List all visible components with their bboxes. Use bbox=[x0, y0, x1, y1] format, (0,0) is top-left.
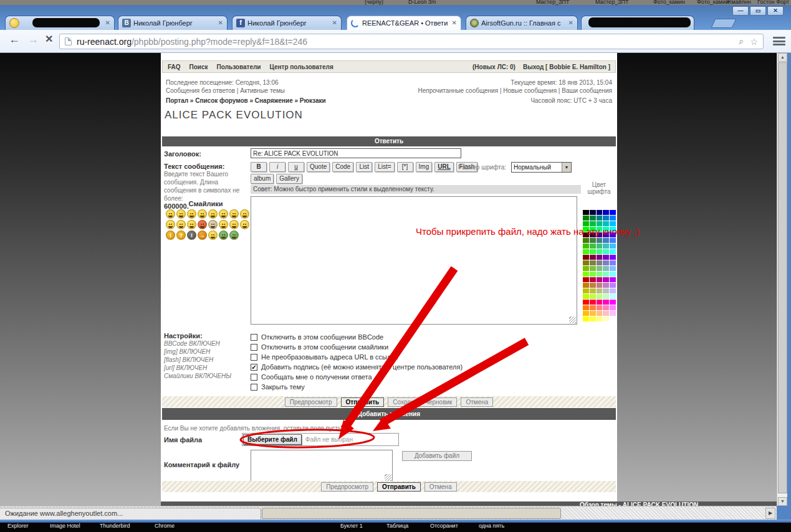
search-icon[interactable]: ⌕ bbox=[739, 36, 744, 47]
palette-color-swatch[interactable] bbox=[610, 277, 616, 282]
palette-color-swatch[interactable] bbox=[597, 255, 603, 260]
taskbar-item[interactable]: Отсоранит bbox=[430, 523, 458, 529]
bbcode-gallery-button[interactable]: Gallery bbox=[276, 174, 302, 184]
palette-color-swatch[interactable] bbox=[590, 266, 596, 271]
palette-color-swatch[interactable] bbox=[590, 277, 596, 282]
palette-color-swatch[interactable] bbox=[610, 216, 616, 221]
smiley-icon[interactable] bbox=[166, 220, 175, 229]
scroll-up-icon[interactable]: ▲ bbox=[778, 53, 787, 62]
tab-close-icon[interactable]: ✕ bbox=[452, 20, 457, 26]
palette-color-swatch[interactable] bbox=[610, 221, 616, 226]
add-file-button[interactable]: Добавить файл bbox=[402, 451, 472, 461]
palette-color-swatch[interactable] bbox=[597, 260, 603, 265]
taskbar-item[interactable]: Thunderbird bbox=[100, 523, 130, 529]
smiley-icon[interactable] bbox=[229, 220, 239, 229]
cancel-button2[interactable]: Отмена bbox=[424, 482, 457, 492]
smiley-icon[interactable]: ! bbox=[187, 230, 196, 240]
palette-color-swatch[interactable] bbox=[597, 300, 603, 305]
palette-color-swatch[interactable] bbox=[610, 238, 616, 243]
palette-color-swatch[interactable] bbox=[610, 316, 616, 321]
smiley-icon[interactable] bbox=[208, 230, 218, 240]
subject-input[interactable] bbox=[251, 148, 461, 158]
palette-color-swatch[interactable] bbox=[583, 300, 589, 305]
smiley-icon[interactable] bbox=[198, 209, 207, 219]
bbcode-underline-button[interactable]: u bbox=[288, 162, 304, 172]
bbcode-img-button[interactable]: Img bbox=[416, 162, 433, 172]
palette-color-swatch[interactable] bbox=[597, 210, 603, 215]
tab-close-icon[interactable]: ✕ bbox=[568, 20, 573, 26]
message-links[interactable]: Непрочитанные сообщения | Новые сообщени… bbox=[418, 87, 612, 95]
palette-color-swatch[interactable] bbox=[610, 255, 616, 260]
palette-color-swatch[interactable] bbox=[583, 272, 589, 277]
taskbar-item[interactable]: одна пять bbox=[479, 523, 504, 529]
palette-color-swatch[interactable] bbox=[610, 210, 616, 215]
checkbox[interactable] bbox=[251, 344, 257, 351]
smiley-icon[interactable]: → bbox=[198, 230, 207, 240]
palette-color-swatch[interactable] bbox=[603, 288, 609, 293]
scroll-down-icon[interactable]: ▼ bbox=[778, 497, 787, 506]
palette-color-swatch[interactable] bbox=[583, 244, 589, 249]
smiley-icon[interactable] bbox=[229, 209, 239, 219]
message-textarea[interactable] bbox=[251, 196, 577, 325]
taskbar-item[interactable]: Буклет 1 bbox=[340, 523, 363, 529]
tab-close-icon[interactable]: ✕ bbox=[105, 20, 110, 26]
palette-color-swatch[interactable] bbox=[597, 244, 603, 249]
smiley-icon[interactable] bbox=[166, 209, 175, 219]
palette-color-swatch[interactable] bbox=[590, 294, 596, 299]
palette-color-swatch[interactable] bbox=[603, 210, 609, 215]
breadcrumb[interactable]: Портал » Список форумов » Снаряжение » Р… bbox=[166, 97, 530, 104]
palette-color-swatch[interactable] bbox=[603, 300, 609, 305]
smiley-icon[interactable] bbox=[208, 209, 218, 219]
palette-color-swatch[interactable] bbox=[597, 316, 603, 321]
palette-color-swatch[interactable] bbox=[603, 244, 609, 249]
tab-2[interactable]: В Николай Грюнберг ✕ bbox=[118, 16, 228, 30]
palette-color-swatch[interactable] bbox=[590, 216, 596, 221]
bbcode-url-button[interactable]: URL bbox=[434, 162, 454, 172]
palette-color-swatch[interactable] bbox=[590, 316, 596, 321]
smiley-icon[interactable] bbox=[176, 220, 186, 229]
palette-color-swatch[interactable] bbox=[597, 305, 603, 310]
vertical-scroll-thumb[interactable] bbox=[778, 62, 787, 493]
checkbox[interactable] bbox=[251, 374, 257, 381]
palette-color-swatch[interactable] bbox=[597, 238, 603, 243]
bbcode-listitem-button[interactable]: [*] bbox=[397, 162, 413, 172]
palette-color-swatch[interactable] bbox=[610, 249, 616, 254]
resize-handle[interactable] bbox=[385, 474, 391, 481]
close-button[interactable]: ✕ bbox=[767, 6, 784, 16]
submit-button[interactable]: Отправить bbox=[341, 397, 385, 407]
palette-color-swatch[interactable] bbox=[603, 266, 609, 271]
taskbar-item[interactable]: Image Hotel bbox=[50, 523, 80, 529]
smiley-icon[interactable] bbox=[187, 209, 196, 219]
checkbox[interactable] bbox=[251, 364, 257, 371]
palette-color-swatch[interactable] bbox=[597, 311, 603, 316]
palette-color-swatch[interactable] bbox=[610, 305, 616, 310]
palette-color-swatch[interactable] bbox=[597, 288, 603, 293]
palette-color-swatch[interactable] bbox=[583, 311, 589, 316]
pm-info[interactable]: (Новых ЛС: 0) bbox=[472, 64, 515, 70]
palette-color-swatch[interactable] bbox=[610, 294, 616, 299]
bbcode-list-button[interactable]: List bbox=[356, 162, 372, 172]
palette-color-swatch[interactable] bbox=[603, 316, 609, 321]
address-bar[interactable]: ru-reenact.org/phpbb/posting.php?mode=re… bbox=[59, 34, 764, 49]
smiley-icon[interactable] bbox=[198, 220, 207, 229]
palette-color-swatch[interactable] bbox=[590, 244, 596, 249]
palette-color-swatch[interactable] bbox=[597, 272, 603, 277]
palette-color-swatch[interactable] bbox=[610, 266, 616, 271]
nav-link-faq[interactable]: FAQ bbox=[168, 64, 181, 70]
smiley-icon[interactable] bbox=[176, 209, 186, 219]
tab-5[interactable]: AirsoftGun.ru :: Главная с ✕ bbox=[466, 16, 578, 30]
font-size-select[interactable]: Нормальный ▼ bbox=[511, 162, 572, 173]
save-draft-button[interactable]: Сохранить черновик bbox=[388, 397, 457, 407]
tab-4-active[interactable]: REENACT&GEAR • Ответи ✕ bbox=[347, 16, 461, 30]
taskbar-item[interactable]: Таблица bbox=[386, 523, 408, 529]
smiley-icon[interactable] bbox=[219, 230, 228, 240]
palette-color-swatch[interactable] bbox=[590, 249, 596, 254]
palette-color-swatch[interactable] bbox=[583, 283, 589, 288]
palette-color-swatch[interactable] bbox=[590, 305, 596, 310]
palette-color-swatch[interactable] bbox=[590, 272, 596, 277]
smiley-icon[interactable] bbox=[219, 209, 228, 219]
palette-color-swatch[interactable] bbox=[610, 300, 616, 305]
checkbox[interactable] bbox=[251, 384, 257, 391]
palette-color-swatch[interactable] bbox=[610, 311, 616, 316]
palette-color-swatch[interactable] bbox=[590, 238, 596, 243]
